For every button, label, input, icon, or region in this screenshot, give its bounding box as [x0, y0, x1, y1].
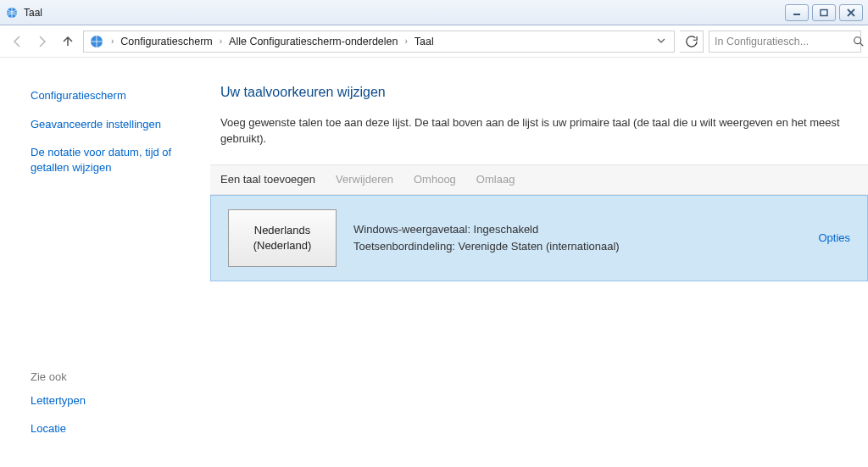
search-box[interactable] — [709, 31, 861, 53]
nav-up-button[interactable] — [58, 31, 78, 52]
breadcrumb-dropdown[interactable] — [652, 36, 670, 47]
language-options-link[interactable]: Opties — [818, 231, 857, 244]
titlebar: Taal — [0, 0, 868, 25]
chevron-right-icon: › — [218, 36, 224, 46]
svg-point-4 — [854, 36, 861, 43]
window-controls — [785, 4, 863, 21]
refresh-button[interactable] — [680, 31, 704, 53]
toolbar-move-down: Omlaag — [476, 173, 515, 186]
search-icon[interactable] — [853, 36, 865, 47]
language-details: Windows-weergavetaal: Ingeschakeld Toets… — [353, 221, 801, 254]
breadcrumb-item-2[interactable]: Taal — [411, 36, 437, 47]
sidebar-link-advanced[interactable]: Geavanceerde instellingen — [31, 117, 193, 132]
toolbar-move-up: Omhoog — [414, 173, 456, 186]
sidebar-link-home[interactable]: Configuratiescherm — [31, 88, 193, 103]
navbar: › Configuratiescherm › Alle Configuratie… — [0, 25, 868, 58]
chevron-right-icon: › — [403, 36, 409, 46]
maximize-button[interactable] — [812, 4, 836, 21]
language-row[interactable]: Nederlands (Nederland) Windows-weergavet… — [210, 195, 868, 281]
control-panel-icon — [89, 34, 104, 49]
language-name: Nederlands — [254, 223, 311, 238]
sidebar-link-formats[interactable]: De notatie voor datum, tijd of getallen … — [31, 145, 193, 175]
sidebar: Configuratiescherm Geavanceerde instelli… — [0, 58, 210, 467]
breadcrumb-item-1[interactable]: Alle Configuratiescherm-onderdelen — [225, 36, 401, 47]
language-region: (Nederland) — [253, 238, 312, 253]
breadcrumb[interactable]: › Configuratiescherm › Alle Configuratie… — [83, 31, 675, 53]
content-area: Configuratiescherm Geavanceerde instelli… — [0, 58, 868, 467]
window-icon — [5, 6, 19, 19]
nav-back-button[interactable] — [7, 31, 27, 52]
sidebar-link-location[interactable]: Locatie — [31, 421, 193, 436]
svg-rect-2 — [821, 9, 827, 15]
language-display-status: Windows-weergavetaal: Ingeschakeld — [353, 221, 801, 238]
nav-forward-button[interactable] — [32, 31, 53, 52]
window-title: Taal — [24, 7, 785, 19]
page-heading: Uw taalvoorkeuren wijzigen — [220, 85, 854, 100]
toolbar-remove: Verwijderen — [336, 173, 393, 186]
page-description: Voeg gewenste talen toe aan deze lijst. … — [220, 115, 854, 147]
language-tile[interactable]: Nederlands (Nederland) — [228, 209, 337, 267]
sidebar-link-fonts[interactable]: Lettertypen — [31, 393, 193, 409]
sidebar-seealso-title: Zie ook — [31, 370, 193, 383]
search-input[interactable] — [709, 36, 853, 47]
language-toolbar: Een taal toevoegen Verwijderen Omhoog Om… — [210, 164, 868, 195]
breadcrumb-item-0[interactable]: Configuratiescherm — [117, 36, 215, 47]
chevron-right-icon: › — [109, 36, 115, 46]
toolbar-add-language[interactable]: Een taal toevoegen — [220, 173, 315, 186]
close-button[interactable] — [839, 4, 863, 21]
main-panel: Uw taalvoorkeuren wijzigen Voeg gewenste… — [210, 58, 868, 467]
language-keyboard-layout: Toetsenbordindeling: Verenigde Staten (i… — [353, 238, 801, 255]
svg-rect-1 — [793, 14, 800, 15]
minimize-button[interactable] — [785, 4, 809, 21]
